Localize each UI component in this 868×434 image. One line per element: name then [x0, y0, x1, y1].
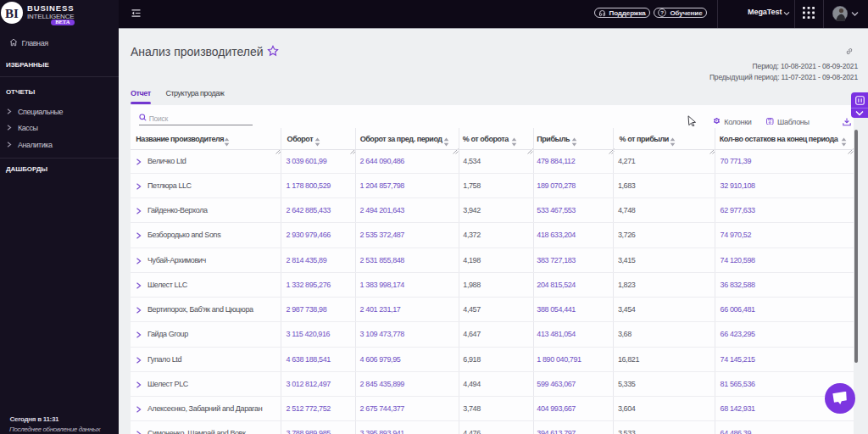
svg-text:?: ? [661, 9, 665, 15]
svg-text:BI: BI [5, 7, 19, 20]
